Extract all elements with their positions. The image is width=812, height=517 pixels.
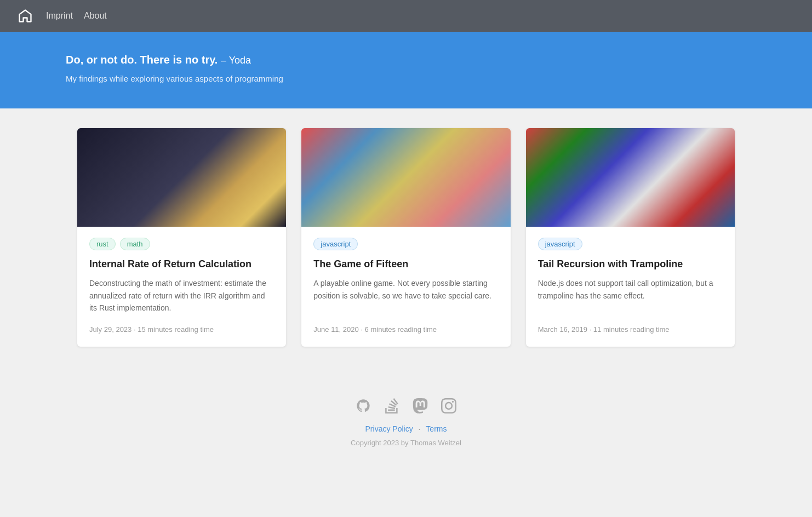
hero-section: Do, or not do. There is no try. – Yoda M… — [0, 32, 812, 108]
tag-rust: rust — [89, 238, 116, 250]
footer-copyright: Copyright 2023 by Thomas Weitzel — [0, 439, 812, 447]
footer-links: Privacy Policy · Terms — [0, 424, 812, 433]
navbar: Imprint About — [0, 0, 812, 32]
card-trampoline[interactable]: javascript Tail Recursion with Trampolin… — [526, 128, 735, 347]
card-game-meta: June 11, 2020 · 6 minutes reading time — [313, 325, 498, 334]
nav-imprint[interactable]: Imprint — [46, 11, 73, 21]
hero-quote-text: Do, or not do. There is no try. — [66, 54, 218, 66]
card-trampoline-desc: Node.js does not support tail call optim… — [538, 277, 723, 314]
card-irr-body: rust math Internal Rate of Return Calcul… — [77, 227, 286, 347]
card-irr-date: July 29, 2023 — [89, 325, 131, 334]
card-game-body: javascript The Game of Fifteen A playabl… — [301, 227, 510, 347]
card-game[interactable]: javascript The Game of Fifteen A playabl… — [301, 128, 510, 347]
card-game-date: June 11, 2020 — [313, 325, 358, 334]
card-irr-title: Internal Rate of Return Calculation — [89, 258, 274, 271]
card-trampoline-title: Tail Recursion with Trampoline — [538, 258, 723, 271]
card-trampoline-meta: March 16, 2019 · 11 minutes reading time — [538, 325, 723, 334]
card-irr-tags: rust math — [89, 238, 274, 250]
main-content: rust math Internal Rate of Return Calcul… — [0, 108, 812, 380]
mastodon-icon[interactable] — [411, 397, 429, 415]
instagram-icon[interactable] — [440, 397, 458, 415]
cards-grid: rust math Internal Rate of Return Calcul… — [77, 128, 735, 347]
card-game-reading-time: 6 minutes reading time — [365, 325, 437, 334]
terms-link[interactable]: Terms — [426, 424, 447, 433]
hero-quote: Do, or not do. There is no try. – Yoda — [66, 54, 746, 66]
nav-about[interactable]: About — [84, 11, 107, 21]
hero-subtitle: My findings while exploring various aspe… — [66, 74, 746, 83]
github-icon[interactable] — [354, 397, 372, 415]
card-game-tags: javascript — [313, 238, 498, 250]
card-trampoline-tags: javascript — [538, 238, 723, 250]
card-irr-desc: Deconstructing the math of investment: e… — [89, 277, 274, 314]
card-game-dot: · — [361, 325, 364, 334]
stackoverflow-icon[interactable] — [383, 397, 401, 415]
footer: Privacy Policy · Terms Copyright 2023 by… — [0, 380, 812, 469]
footer-icons — [0, 397, 812, 415]
card-trampoline-date: March 16, 2019 — [538, 325, 587, 334]
card-trampoline-image — [526, 128, 735, 227]
card-irr-meta: July 29, 2023 · 15 minutes reading time — [89, 325, 274, 334]
card-irr[interactable]: rust math Internal Rate of Return Calcul… — [77, 128, 286, 347]
card-trampoline-reading-time: 11 minutes reading time — [593, 325, 670, 334]
card-game-title: The Game of Fifteen — [313, 258, 498, 271]
footer-separator: · — [419, 424, 423, 433]
card-trampoline-body: javascript Tail Recursion with Trampolin… — [526, 227, 735, 347]
tag-javascript-2: javascript — [538, 238, 582, 250]
card-trampoline-dot: · — [590, 325, 593, 334]
card-irr-image — [77, 128, 286, 227]
card-irr-reading-time: 15 minutes reading time — [138, 325, 214, 334]
hero-quote-attribution: – Yoda — [221, 55, 251, 66]
tag-javascript-1: javascript — [313, 238, 358, 250]
tag-math: math — [120, 238, 150, 250]
privacy-policy-link[interactable]: Privacy Policy — [365, 424, 413, 433]
card-game-image — [301, 128, 510, 227]
home-icon[interactable] — [18, 8, 33, 24]
card-game-desc: A playable online game. Not every possib… — [313, 277, 498, 314]
